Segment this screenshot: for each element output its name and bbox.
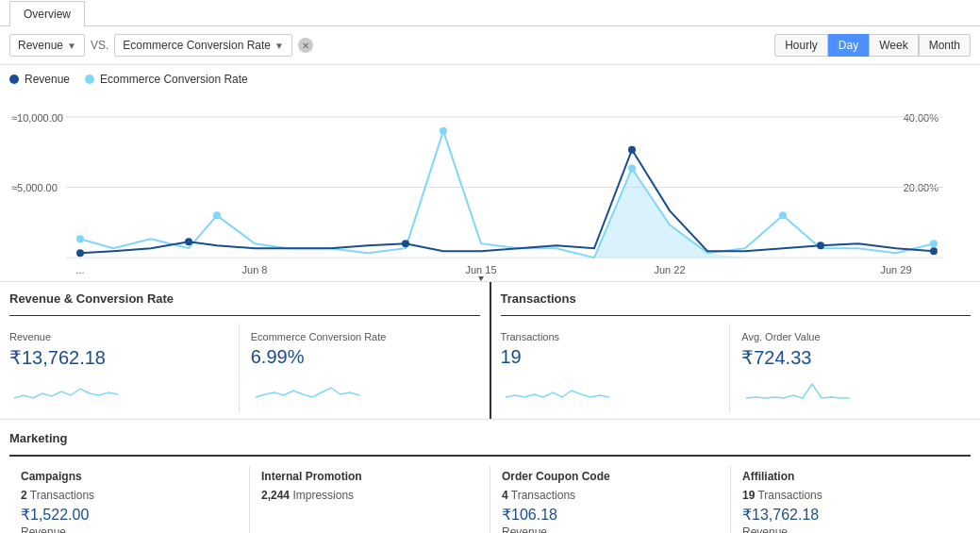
- coupon-card: Order Coupon Code 4 Transactions ₹106.18…: [490, 466, 731, 533]
- transactions-card-label: Transactions: [501, 331, 719, 342]
- chart-dot: [185, 238, 192, 245]
- chart-dot: [402, 240, 409, 247]
- chart-dropdown-icon[interactable]: [478, 276, 484, 281]
- conversion-legend-dot: [85, 75, 94, 84]
- y-label-right-mid: 20.00%: [904, 183, 939, 194]
- coupon-revenue: ₹106.18: [502, 506, 719, 524]
- conversion-rate-line: [80, 131, 934, 258]
- internal-impressions: 2,244 Impressions: [261, 489, 478, 502]
- avg-order-card-label: Avg. Order Value: [741, 331, 959, 342]
- revenue-line: [80, 150, 934, 253]
- tab-bar: Overview: [0, 0, 980, 26]
- coupon-revenue-label: Revenue: [502, 525, 719, 533]
- avg-order-card: Avg. Order Value ₹724.33: [730, 324, 971, 413]
- transactions-card-value: 19: [501, 346, 719, 368]
- conversion-card: Ecommerce Conversion Rate 6.99%: [240, 324, 480, 413]
- chart-dot: [213, 211, 221, 219]
- affiliation-title: Affiliation: [742, 470, 959, 483]
- revenue-section-title: Revenue & Conversion Rate: [9, 291, 480, 306]
- chart-dot: [628, 165, 636, 173]
- x-label: Jun 22: [654, 264, 685, 275]
- marketing-title: Marketing: [9, 431, 971, 445]
- marketing-section: Marketing Campaigns 2 Transactions ₹1,52…: [0, 420, 980, 533]
- stats-row: Revenue & Conversion Rate Revenue ₹13,76…: [0, 282, 980, 420]
- x-label: ...: [75, 264, 84, 275]
- metric1-arrow-icon: ▼: [67, 41, 76, 51]
- affiliation-revenue-label: Revenue: [742, 525, 959, 533]
- revenue-cards: Revenue ₹13,762.18 Ecommerce Conversion …: [9, 324, 480, 413]
- affiliation-revenue: ₹13,762.18: [742, 506, 959, 524]
- toolbar-left: Revenue ▼ VS. Ecommerce Conversion Rate …: [9, 34, 313, 57]
- chart-dot: [628, 146, 636, 154]
- hourly-button[interactable]: Hourly: [774, 34, 828, 57]
- chart-dot: [930, 240, 938, 247]
- y-label-right-top: 40.00%: [904, 112, 939, 124]
- month-button[interactable]: Month: [919, 34, 971, 57]
- coupon-transactions: 4 Transactions: [502, 489, 719, 502]
- chart-area-fill: [594, 169, 745, 258]
- marketing-grid: Campaigns 2 Transactions ₹1,522.00 Reven…: [9, 466, 971, 533]
- revenue-card: Revenue ₹13,762.18: [9, 324, 240, 413]
- internal-count: 2,244: [261, 489, 290, 502]
- campaigns-transactions: 2 Transactions: [21, 489, 238, 502]
- conversion-card-value: 6.99%: [251, 346, 469, 368]
- day-button[interactable]: Day: [828, 34, 869, 57]
- coupon-transactions-label: Transactions: [511, 489, 575, 502]
- campaigns-card: Campaigns 2 Transactions ₹1,522.00 Reven…: [9, 466, 250, 533]
- metric2-dropdown[interactable]: Ecommerce Conversion Rate ▼: [114, 34, 292, 57]
- coupon-title: Order Coupon Code: [502, 470, 719, 483]
- revenue-section: Revenue & Conversion Rate Revenue ₹13,76…: [0, 282, 491, 419]
- chart-dot: [76, 249, 84, 257]
- affiliation-count: 19: [742, 489, 755, 502]
- y-label-top: ≈10,000.00: [11, 112, 63, 124]
- campaigns-revenue: ₹1,522.00: [21, 506, 238, 524]
- vs-label: VS.: [91, 39, 108, 52]
- legend-revenue: Revenue: [9, 73, 70, 86]
- y-label-mid: ≈5,000.00: [11, 183, 58, 194]
- internal-label: Impressions: [292, 489, 354, 502]
- avg-order-card-value: ₹724.33: [741, 346, 959, 369]
- internal-promotion-title: Internal Promotion: [261, 470, 478, 483]
- affiliation-transactions-label: Transactions: [757, 489, 822, 502]
- metric2-arrow-icon: ▼: [274, 41, 284, 51]
- toolbar: Revenue ▼ VS. Ecommerce Conversion Rate …: [0, 26, 980, 65]
- chart-dot: [779, 211, 787, 219]
- transaction-cards: Transactions 19 Avg. Order Value ₹724.33: [501, 324, 972, 413]
- metric1-dropdown[interactable]: Revenue ▼: [9, 34, 85, 57]
- revenue-card-label: Revenue: [9, 331, 227, 342]
- metric1-label: Revenue: [18, 39, 63, 52]
- coupon-count: 4: [502, 489, 508, 502]
- campaigns-transactions-label: Transactions: [30, 489, 94, 502]
- chart-dot: [817, 242, 824, 249]
- conversion-card-label: Ecommerce Conversion Rate: [251, 331, 469, 342]
- transactions-section-title: Transactions: [501, 291, 972, 306]
- main-chart: ≈10,000.00 ≈5,000.00 40.00% 20.00% ...: [0, 93, 980, 282]
- affiliation-transactions: 19 Transactions: [742, 489, 959, 502]
- campaigns-revenue-label: Revenue: [21, 525, 238, 533]
- campaigns-title: Campaigns: [21, 470, 238, 483]
- internal-promotion-card: Internal Promotion 2,244 Impressions: [250, 466, 490, 533]
- revenue-sparkline: [9, 375, 123, 403]
- transactions-section: Transactions Transactions 19 Avg. Order …: [491, 282, 981, 419]
- chart-dot: [76, 235, 84, 242]
- week-button[interactable]: Week: [869, 34, 918, 57]
- revenue-legend-dot: [9, 75, 19, 84]
- remove-metric-button[interactable]: ✕: [298, 38, 313, 53]
- time-button-group: Hourly Day Week Month: [774, 34, 971, 57]
- campaigns-count: 2: [21, 489, 27, 502]
- avg-order-sparkline: [741, 375, 855, 403]
- overview-tab[interactable]: Overview: [9, 1, 85, 26]
- revenue-card-value: ₹13,762.18: [9, 346, 227, 369]
- revenue-legend-label: Revenue: [25, 73, 70, 86]
- transactions-card: Transactions 19: [501, 324, 731, 413]
- transactions-sparkline: [501, 374, 614, 402]
- legend-conversion: Ecommerce Conversion Rate: [85, 73, 248, 86]
- metric2-label: Ecommerce Conversion Rate: [123, 39, 271, 52]
- affiliation-card: Affiliation 19 Transactions ₹13,762.18 R…: [731, 466, 971, 533]
- conversion-sparkline: [251, 374, 364, 402]
- x-label: Jun 8: [242, 264, 268, 275]
- chart-dot: [930, 247, 938, 255]
- conversion-legend-label: Ecommerce Conversion Rate: [100, 73, 248, 86]
- x-label: Jun 15: [465, 264, 496, 275]
- chart-svg: ≈10,000.00 ≈5,000.00 40.00% 20.00% ...: [9, 93, 971, 281]
